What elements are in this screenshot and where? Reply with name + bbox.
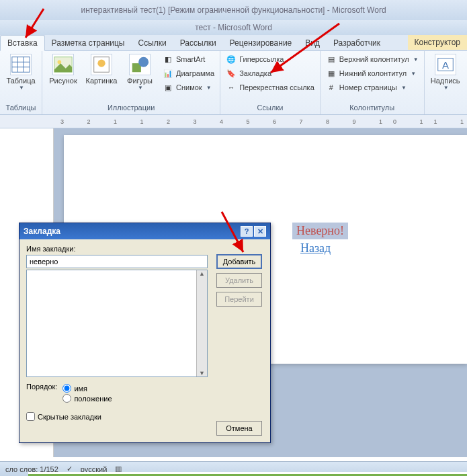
window-title: интерактивный тест(1) [Режим ограниченно… bbox=[81, 5, 386, 15]
secondary-title-bar: тест - Microsoft Word Работа с таб bbox=[0, 20, 467, 35]
bookmark-button[interactable]: 🔖Закладка bbox=[223, 67, 317, 80]
shapes-icon bbox=[129, 54, 151, 75]
horizontal-ruler[interactable]: 3 2 1 1 2 3 4 5 6 7 8 9 10 11 12 bbox=[0, 115, 467, 128]
svg-text:A: A bbox=[442, 59, 449, 71]
hidden-bookmarks-label: Скрытые закладки bbox=[38, 413, 101, 421]
chevron-down-icon: ▼ bbox=[19, 85, 24, 91]
chevron-down-icon: ▼ bbox=[443, 85, 449, 91]
crossref-button[interactable]: ↔Перекрестная ссылка bbox=[223, 81, 317, 94]
order-label: Порядок: bbox=[26, 383, 57, 391]
group-illustrations-label: Иллюстрации bbox=[45, 102, 217, 113]
pagenum-button[interactable]: #Номер страницы▼ bbox=[323, 81, 421, 94]
tab-view[interactable]: Вид bbox=[298, 36, 327, 50]
text-wrong[interactable]: Неверно! bbox=[292, 223, 348, 239]
crossref-label: Перекрестная ссылка bbox=[239, 83, 314, 91]
ruler-numbers: 3 2 1 1 2 3 4 5 6 7 8 9 10 11 12 bbox=[0, 118, 467, 125]
bottom-decoration bbox=[28, 472, 467, 476]
svg-point-8 bbox=[97, 60, 105, 67]
order-name-radio[interactable] bbox=[62, 384, 71, 393]
hyperlink-label: Гиперссылка bbox=[239, 55, 284, 63]
order-name-label: имя bbox=[74, 385, 87, 393]
textbox-icon: A bbox=[435, 54, 456, 75]
bookmark-label: Закладка bbox=[239, 69, 271, 77]
shapes-label: Фигуры bbox=[127, 77, 153, 85]
hyperlink-button[interactable]: 🌐Гиперссылка bbox=[223, 52, 317, 66]
group-headers-label: Колонтитулы bbox=[323, 102, 421, 113]
picture-label: Рисунок bbox=[49, 77, 77, 85]
chevron-down-icon: ▼ bbox=[413, 56, 419, 63]
order-position-radio[interactable] bbox=[62, 394, 71, 403]
smartart-icon: ◧ bbox=[163, 54, 173, 65]
cancel-button[interactable]: Отмена bbox=[216, 421, 262, 436]
chart-icon: 📊 bbox=[163, 68, 173, 79]
chevron-down-icon: ▼ bbox=[206, 85, 212, 91]
svg-rect-0 bbox=[12, 57, 30, 73]
chart-button[interactable]: 📊Диаграмма bbox=[160, 67, 217, 80]
goto-button: Перейти bbox=[216, 292, 262, 307]
textbox-button[interactable]: A Надпись ▼ bbox=[427, 52, 464, 92]
secondary-title: тест - Microsoft Word bbox=[195, 23, 272, 32]
delete-button: Удалить bbox=[216, 273, 262, 288]
group-links-label: Ссылки bbox=[223, 102, 317, 113]
table-label: Таблица bbox=[6, 77, 35, 85]
dialog-title: Закладка bbox=[24, 227, 60, 236]
bookmark-icon: 🔖 bbox=[226, 68, 237, 79]
shapes-button[interactable]: Фигуры ▼ bbox=[122, 52, 158, 92]
chart-label: Диаграмма bbox=[176, 69, 214, 77]
group-links: 🌐Гиперссылка 🔖Закладка ↔Перекрестная ссы… bbox=[220, 51, 321, 114]
dialog-help-button[interactable]: ? bbox=[241, 226, 253, 237]
picture-icon bbox=[52, 54, 74, 75]
table-icon bbox=[10, 54, 32, 75]
bookmark-name-input[interactable] bbox=[26, 255, 208, 268]
group-tables: Таблица ▼ Таблицы bbox=[0, 51, 42, 114]
crossref-icon: ↔ bbox=[226, 82, 237, 93]
window-title-bar: интерактивный тест(1) [Режим ограниченно… bbox=[0, 0, 467, 20]
tab-references[interactable]: Ссылки bbox=[131, 36, 173, 50]
picture-button[interactable]: Рисунок bbox=[45, 52, 81, 86]
tab-design[interactable]: Конструктор bbox=[408, 35, 467, 50]
screenshot-label: Снимок bbox=[176, 83, 202, 91]
group-illustrations: Рисунок Картинка Фигуры ▼ ◧SmartArt 📊Диа… bbox=[42, 51, 220, 114]
bookmark-dialog: Закладка ? ✕ Имя закладки: Добавить Удал… bbox=[19, 223, 271, 443]
group-headers: ▤Верхний колонтитул▼ ▦Нижний колонтитул▼… bbox=[321, 51, 425, 114]
hidden-bookmarks-checkbox[interactable] bbox=[26, 412, 35, 421]
footer-icon: ▦ bbox=[326, 68, 337, 79]
group-text: A Надпись ▼ bbox=[425, 51, 466, 114]
ribbon-tabs: Вставка Разметка страницы Ссылки Рассылк… bbox=[0, 35, 467, 51]
bookmark-name-label: Имя закладки: bbox=[26, 245, 263, 253]
group-tables-label: Таблицы bbox=[3, 102, 39, 113]
tab-insert[interactable]: Вставка bbox=[0, 35, 45, 51]
textbox-label: Надпись bbox=[431, 77, 460, 85]
footer-button[interactable]: ▦Нижний колонтитул▼ bbox=[323, 67, 421, 80]
chevron-down-icon: ▼ bbox=[411, 71, 416, 77]
dialog-title-bar[interactable]: Закладка ? ✕ bbox=[19, 223, 270, 239]
tab-mailings[interactable]: Рассылки bbox=[173, 36, 223, 50]
hyperlink-icon: 🌐 bbox=[226, 54, 237, 65]
header-icon: ▤ bbox=[326, 54, 337, 65]
chevron-down-icon: ▼ bbox=[138, 85, 143, 91]
close-icon[interactable]: ✕ bbox=[254, 226, 266, 237]
ribbon: Таблица ▼ Таблицы Рисунок Картинка Фигур… bbox=[0, 51, 467, 115]
screenshot-button[interactable]: ▣Снимок▼ bbox=[160, 81, 217, 94]
chevron-down-icon: ▼ bbox=[401, 85, 407, 91]
bookmark-list[interactable] bbox=[26, 270, 208, 377]
header-button[interactable]: ▤Верхний колонтитул▼ bbox=[323, 52, 421, 66]
order-position-label: положение bbox=[74, 395, 112, 403]
link-back[interactable]: Назад bbox=[300, 241, 331, 255]
smartart-label: SmartArt bbox=[176, 55, 205, 63]
clipart-label: Картинка bbox=[86, 77, 118, 85]
screenshot-icon: ▣ bbox=[163, 82, 173, 93]
tab-developer[interactable]: Разработчик bbox=[327, 36, 387, 50]
tab-page-layout[interactable]: Разметка страницы bbox=[45, 36, 132, 50]
pagenum-label: Номер страницы bbox=[339, 83, 397, 91]
clipart-button[interactable]: Картинка bbox=[83, 52, 120, 86]
svg-point-10 bbox=[138, 57, 148, 67]
add-button[interactable]: Добавить bbox=[216, 254, 262, 269]
table-button[interactable]: Таблица ▼ bbox=[3, 52, 39, 92]
clipart-icon bbox=[91, 54, 112, 75]
tab-review[interactable]: Рецензирование bbox=[223, 36, 299, 50]
dialog-body: Имя закладки: Добавить Удалить Перейти П… bbox=[19, 239, 270, 426]
smartart-button[interactable]: ◧SmartArt bbox=[160, 52, 217, 66]
scrollbar[interactable] bbox=[196, 270, 207, 376]
pagenum-icon: # bbox=[326, 82, 337, 93]
